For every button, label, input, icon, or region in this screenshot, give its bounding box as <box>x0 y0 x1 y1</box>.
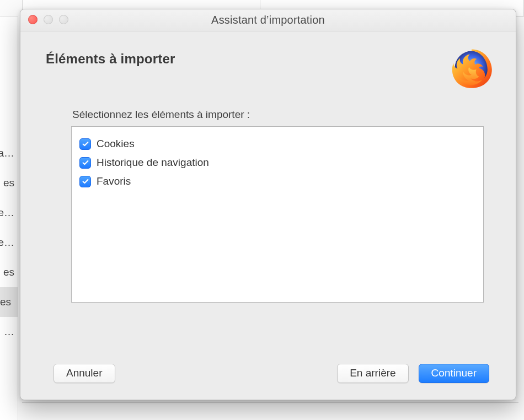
back-button[interactable]: En arrière <box>337 364 408 383</box>
option-label: Historique de navigation <box>97 157 209 169</box>
titlebar[interactable]: Assistant d’importation <box>20 9 516 31</box>
continue-button[interactable]: Continuer <box>419 364 489 383</box>
dialog-body: Éléments à importer <box>20 31 516 400</box>
window-title: Assistant d’importation <box>20 14 516 26</box>
background-divider <box>22 402 518 403</box>
bg-row: es <box>0 287 18 317</box>
minimize-window-icon <box>44 15 53 24</box>
bg-row: e… <box>0 228 18 257</box>
bg-row: a… <box>0 138 18 168</box>
firefox-icon <box>450 46 494 90</box>
import-wizard-dialog: Assistant d’importation Éléments à impor… <box>20 9 516 400</box>
checkbox-icon[interactable] <box>79 157 91 169</box>
bg-row: es <box>0 257 18 287</box>
option-history[interactable]: Historique de navigation <box>79 153 475 172</box>
option-bookmarks[interactable]: Favoris <box>79 172 475 191</box>
close-window-icon[interactable] <box>28 15 38 24</box>
dialog-footer: Annuler En arrière Continuer <box>46 349 490 390</box>
window-controls <box>28 15 68 24</box>
zoom-window-icon <box>59 15 68 24</box>
cancel-button[interactable]: Annuler <box>54 364 115 383</box>
checkbox-icon[interactable] <box>79 138 91 150</box>
option-label: Favoris <box>97 175 131 187</box>
option-label: Cookies <box>97 138 135 150</box>
bg-row: … <box>0 317 18 347</box>
page-title: Éléments à importer <box>46 51 175 67</box>
background-sidebar: a… es e… e… es es … <box>0 17 18 420</box>
import-options-list[interactable]: Cookies Historique de navigation Favoris <box>71 126 484 303</box>
instruction-text: Sélectionnez les éléments à importer : <box>72 109 490 121</box>
option-cookies[interactable]: Cookies <box>79 134 475 153</box>
bg-row: e… <box>0 198 18 228</box>
checkbox-icon[interactable] <box>79 176 91 187</box>
bg-row: es <box>0 168 18 198</box>
